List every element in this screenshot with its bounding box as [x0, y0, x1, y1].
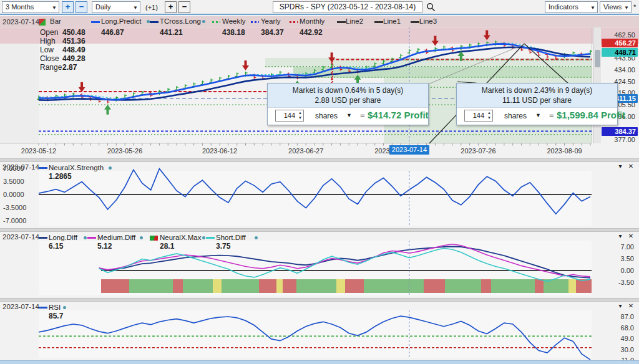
profit-value: $414.72 Profit: [368, 110, 429, 120]
spinner-down-icon[interactable]: ▼: [298, 115, 302, 120]
chevron-down-icon: ▼: [133, 2, 138, 13]
symbol-title-box[interactable]: SPDRs - SPY (2023-05-12 - 2023-08-14): [273, 1, 422, 13]
ohlc-value: 449.28: [62, 54, 85, 63]
indicators-label: Indicators: [549, 3, 578, 11]
legend-value: 6.15: [49, 242, 63, 251]
interval-dropdown[interactable]: Daily ▼: [92, 1, 140, 13]
panel-collapse-button[interactable]: ▾: [617, 232, 624, 239]
dots-swatch-icon: [212, 21, 220, 23]
legend-item-neuralx-strength[interactable]: NeuralX.Strength: [49, 164, 104, 171]
diff-indicators-panel: 2023-07-14Long.Diff6.15Medium.Diff5.12Ne…: [0, 232, 639, 298]
offset-label: (+1): [145, 4, 158, 12]
shares-value: 144: [473, 112, 484, 119]
flag-swatch-icon[interactable]: [150, 236, 158, 241]
profit-value: $1,599.84 Profit: [557, 110, 625, 120]
legend-label: Line2: [346, 17, 363, 25]
x-axis-date-label: 2023-06-12: [198, 147, 241, 155]
shares-unit-dropdown[interactable]: ▼: [535, 112, 541, 118]
date-range-dropdown[interactable]: 3 Months ▼: [2, 1, 59, 13]
zoom-in-button[interactable]: +: [62, 1, 74, 13]
indicators-dropdown[interactable]: Indicators ▼: [545, 1, 598, 13]
legend-value: 438.18: [222, 28, 245, 37]
info-dot-icon: [109, 166, 112, 170]
panel-collapse-button[interactable]: ▾: [617, 302, 624, 309]
price-axis-badge: 456.27: [602, 39, 638, 47]
bar-width-decrease-button[interactable]: −: [178, 1, 190, 13]
toolbar: 3 Months ▼ + − Daily ▼ (+1) + − SPDRs - …: [0, 0, 639, 15]
shares-input[interactable]: 144 ▲ ▼: [464, 110, 493, 122]
dots-swatch-icon: [290, 21, 298, 23]
cursor-date: 2023-07-14: [2, 233, 39, 241]
spinner-up-icon[interactable]: ▲: [298, 110, 302, 115]
y-axis-label: 0.00: [613, 267, 634, 274]
rsi-plot[interactable]: [0, 302, 639, 360]
y-axis-label: 49.0: [613, 335, 634, 342]
tooltip-header: Market is down 2.43% in 9 day(s) 11.11 U…: [457, 84, 617, 107]
legend-value: 446.87: [101, 28, 124, 37]
zoom-out-button[interactable]: −: [76, 1, 87, 13]
legend-label: Long.Predict: [101, 17, 142, 25]
legend-label: Monthly: [300, 17, 324, 25]
shares-input[interactable]: 144 ▲ ▼: [275, 110, 304, 122]
price-axis-label: 377.00: [600, 136, 635, 143]
legend-label: Line1: [383, 17, 401, 25]
chevron-down-icon: ▼: [590, 2, 595, 13]
y-axis-label: 0.0000: [3, 191, 24, 198]
y-axis-label: 3.50: [613, 255, 634, 262]
legend-item-medium-diff[interactable]: Medium.Diff: [97, 234, 135, 241]
diffs-plot[interactable]: [0, 232, 639, 298]
ohlc-label: Open: [40, 28, 58, 37]
horizontal-scrollbar[interactable]: [0, 360, 639, 364]
ohlc-label: High: [40, 37, 56, 46]
price-chart-panel: 2023-07-14 BarLong.PredictTCross.LongWee…: [0, 15, 639, 158]
dots-swatch-icon: [251, 21, 259, 23]
line-swatch-icon: [91, 21, 100, 23]
search-icon[interactable]: [426, 2, 436, 12]
info-dot-icon: [255, 236, 258, 239]
price-axis-label: 462.50: [600, 31, 635, 39]
panel-collapse-button[interactable]: ▾: [617, 163, 624, 170]
legend-item-short-diff[interactable]: Short.Diff: [216, 234, 246, 241]
line-swatch-icon[interactable]: [87, 237, 96, 239]
vertical-scrollbar-thumb[interactable]: [595, 50, 600, 67]
line-swatch-icon: [374, 21, 383, 23]
line-swatch-icon[interactable]: [39, 167, 47, 169]
panel-close-button[interactable]: ✕: [627, 302, 635, 309]
y-axis-label: 3.5000: [3, 178, 24, 185]
spinner-up-icon[interactable]: ▲: [487, 110, 491, 115]
line-swatch-icon[interactable]: [39, 307, 47, 309]
legend-item-long-diff[interactable]: Long.Diff: [49, 234, 77, 241]
price-axis-label: 434.00: [600, 66, 635, 74]
cursor-date: 2023-07-14: [2, 17, 39, 26]
x-axis-date-label: 2023-08-09: [543, 147, 587, 155]
y-axis-label: 68.0: [613, 324, 634, 332]
panel-close-button[interactable]: ✕: [627, 232, 635, 239]
rsi-panel: 2023-07-14RSI85.787.068.049.030.011.0▾✕: [0, 302, 639, 360]
info-dot-icon: [202, 20, 205, 23]
line-swatch-icon[interactable]: [39, 237, 47, 239]
chevron-down-icon: ▼: [624, 2, 629, 13]
ohlc-label: Range: [40, 63, 62, 72]
bar-width-increase-button[interactable]: +: [165, 1, 177, 13]
legend-label: Yearly: [261, 17, 281, 25]
line-swatch-icon: [411, 21, 419, 23]
info-dot-icon: [63, 306, 66, 309]
x-axis-date-label: 2023-06-27: [284, 147, 328, 155]
legend-value: 85.7: [49, 312, 63, 320]
legend-item-neuralx-max[interactable]: NeuralX.Max: [160, 234, 201, 241]
selected-date-badge: 2023-07-14: [389, 145, 429, 155]
y-axis-label: 30.0: [613, 346, 634, 353]
shares-value: 144: [284, 112, 295, 119]
legend-value: 3.75: [216, 242, 230, 251]
views-dropdown[interactable]: Views ▼: [600, 1, 632, 13]
panel-close-button[interactable]: ✕: [627, 163, 635, 170]
neuralx-plot[interactable]: [0, 162, 639, 228]
shares-unit-label: shares: [315, 112, 338, 120]
line-swatch-icon[interactable]: [206, 237, 215, 239]
neuralx-strength-panel: 2023-07-14NeuralX.Strength1.28657.00003.…: [0, 162, 639, 228]
tooltip-header: Market is down 0.64% in 5 day(s) 2.88 US…: [268, 84, 428, 107]
price-axis-badge: 384.37: [602, 127, 638, 136]
legend-item-rsi[interactable]: RSI: [49, 304, 61, 311]
shares-unit-dropdown[interactable]: ▼: [346, 112, 352, 118]
spinner-down-icon[interactable]: ▼: [487, 115, 491, 120]
